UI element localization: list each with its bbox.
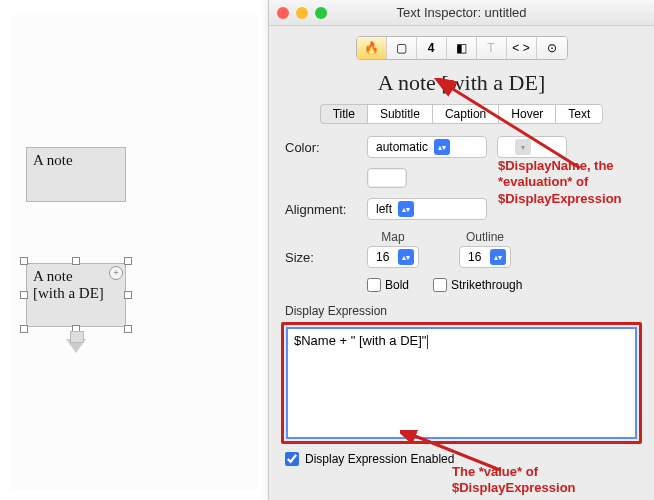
size-label: Size: <box>285 250 367 265</box>
note-with-de[interactable]: A note [with a DE] + <box>26 263 126 327</box>
note-selected-wrap[interactable]: A note [with a DE] + <box>26 263 126 327</box>
display-expression-enabled-label: Display Expression Enabled <box>305 452 454 466</box>
outline-column-header: Outline <box>459 230 511 244</box>
bold-checkbox-input[interactable] <box>367 278 381 292</box>
color-value: automatic <box>376 140 428 154</box>
tab-text[interactable]: Text <box>555 104 603 124</box>
window-close-button[interactable] <box>277 7 289 19</box>
add-child-icon[interactable]: + <box>109 266 123 280</box>
color-swatch[interactable] <box>367 168 407 188</box>
stepper-arrow-icon: ▴▾ <box>490 249 506 265</box>
canvas-surface[interactable]: A note A note [with a DE] + <box>10 15 258 490</box>
resize-handle[interactable] <box>124 291 132 299</box>
resize-handle[interactable] <box>124 325 132 333</box>
tab-subtitle[interactable]: Subtitle <box>367 104 432 124</box>
display-expression-enabled-checkbox[interactable] <box>285 452 299 466</box>
color-select[interactable]: automatic ▴▾ <box>367 136 487 158</box>
size-outline-stepper[interactable]: 16 ▴▾ <box>459 246 511 268</box>
bold-label: Bold <box>385 278 409 292</box>
mode-shadow-icon[interactable]: ◧ <box>447 37 477 59</box>
mode-more-icon[interactable]: ⊙ <box>537 37 567 59</box>
size-outline-value: 16 <box>468 250 481 264</box>
window-zoom-button[interactable] <box>315 7 327 19</box>
color-variant-select[interactable]: ▾ <box>497 136 567 158</box>
strikethrough-checkbox-input[interactable] <box>433 278 447 292</box>
display-expression-highlight: $Name + " [with a DE]" <box>281 322 642 444</box>
tab-title[interactable]: Title <box>320 104 367 124</box>
note-plain-title: A note <box>33 152 73 168</box>
resize-handle[interactable] <box>72 257 80 265</box>
resize-handle[interactable] <box>20 291 28 299</box>
inspector-mode-segmented[interactable]: 🔥 ▢ 4 ◧ T < > ⊙ <box>356 36 568 60</box>
display-expression-textarea[interactable]: $Name + " [with a DE]" <box>286 327 637 439</box>
mode-four-icon[interactable]: 4 <box>417 37 447 59</box>
strikethrough-checkbox[interactable]: Strikethrough <box>433 278 522 292</box>
dropdown-arrow-icon: ▾ <box>515 139 531 155</box>
dropdown-arrow-icon: ▴▾ <box>398 201 414 217</box>
note-plain[interactable]: A note <box>26 147 126 202</box>
size-map-value: 16 <box>376 250 389 264</box>
map-column-header: Map <box>367 230 419 244</box>
link-arrow-icon[interactable] <box>66 339 86 353</box>
titlebar[interactable]: Text Inspector: untitled <box>269 0 654 26</box>
text-inspector-window: Text Inspector: untitled 🔥 ▢ 4 ◧ T < > ⊙… <box>268 0 654 500</box>
color-label: Color: <box>285 140 367 155</box>
resize-handle[interactable] <box>20 257 28 265</box>
strike-label: Strikethrough <box>451 278 522 292</box>
inspector-toolbar: 🔥 ▢ 4 ◧ T < > ⊙ <box>269 26 654 66</box>
mode-text-icon[interactable]: T <box>477 37 507 59</box>
resize-handle[interactable] <box>20 325 28 333</box>
annotation-display-expression: The *value* of $DisplayExpression <box>452 464 642 497</box>
alignment-select[interactable]: left ▴▾ <box>367 198 487 220</box>
mode-code-icon[interactable]: < > <box>507 37 537 59</box>
tab-hover[interactable]: Hover <box>498 104 555 124</box>
text-tabs[interactable]: Title Subtitle Caption Hover Text <box>269 104 654 132</box>
display-expression-value: $Name + " [with a DE]" <box>294 333 426 348</box>
note-with-de-line1: A note <box>33 268 119 285</box>
display-name-heading: A note [with a DE] <box>269 66 654 104</box>
display-expression-label: Display Expression <box>269 300 654 322</box>
dropdown-arrow-icon: ▴▾ <box>434 139 450 155</box>
window-minimize-button[interactable] <box>296 7 308 19</box>
stepper-arrow-icon: ▴▾ <box>398 249 414 265</box>
tab-caption[interactable]: Caption <box>432 104 498 124</box>
alignment-label: Alignment: <box>285 202 367 217</box>
annotation-display-name: $DisplayName, the *evaluation* of $Displ… <box>498 158 648 207</box>
alignment-value: left <box>376 202 392 216</box>
map-canvas[interactable]: A note A note [with a DE] + <box>0 0 268 500</box>
note-with-de-line2: [with a DE] <box>33 285 119 302</box>
bold-checkbox[interactable]: Bold <box>367 278 409 292</box>
resize-handle[interactable] <box>124 257 132 265</box>
mode-page-icon[interactable]: ▢ <box>387 37 417 59</box>
text-cursor <box>427 335 428 349</box>
mode-appearance-icon[interactable]: 🔥 <box>357 37 387 59</box>
size-map-stepper[interactable]: 16 ▴▾ <box>367 246 419 268</box>
